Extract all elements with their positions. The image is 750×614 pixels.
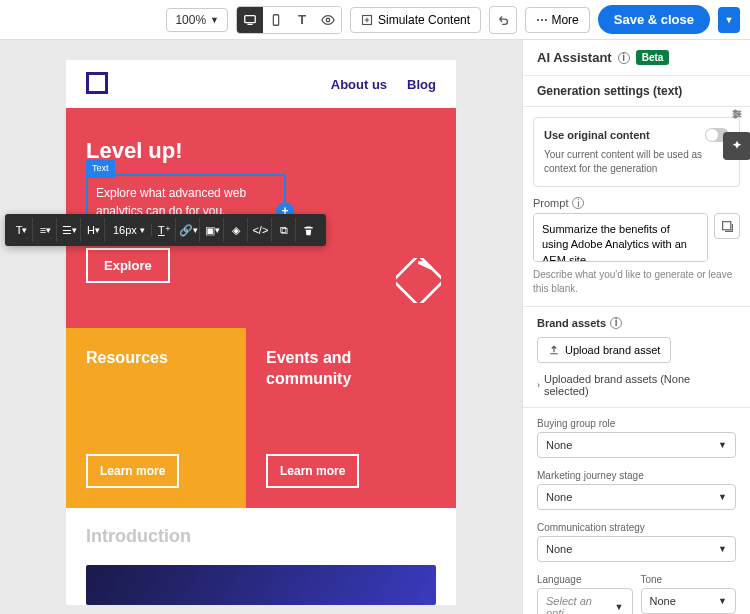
resources-cta[interactable]: Learn more: [86, 454, 179, 488]
panel-title: AI Assistant: [537, 50, 612, 65]
code-button[interactable]: </>: [250, 218, 272, 242]
orig-content-sub: Your current content will be used as con…: [544, 148, 729, 176]
page-preview: About us Blog Level up! Text Explore wha…: [66, 60, 456, 605]
decorative-shape-icon: [396, 258, 441, 303]
save-close-button[interactable]: Save & close: [598, 5, 710, 34]
language-select[interactable]: Select an opti…▼: [537, 588, 633, 614]
more-label: More: [551, 13, 578, 27]
chevron-down-icon: ▼: [210, 15, 219, 25]
undo-button[interactable]: [489, 6, 517, 34]
chevron-down-icon: ▼: [725, 15, 734, 25]
chevron-down-icon: ▼: [718, 492, 727, 502]
columns-section: Resources Learn more Events and communit…: [66, 328, 456, 508]
chevron-down-icon: ▼: [718, 596, 727, 606]
text-format-button[interactable]: T ▾: [11, 218, 33, 242]
text-color-button[interactable]: T⁺: [154, 218, 176, 242]
gen-settings-header: Generation settings (text): [523, 76, 750, 107]
selection-label: Text: [86, 160, 115, 178]
buying-role-select[interactable]: None▼: [537, 432, 736, 458]
prompt-label: Prompt i: [533, 197, 740, 209]
simulate-icon: [361, 14, 373, 26]
info-icon[interactable]: i: [610, 317, 622, 329]
desktop-view-button[interactable]: [237, 7, 263, 33]
info-icon[interactable]: i: [572, 197, 584, 209]
upload-brand-asset-button[interactable]: Upload brand asset: [537, 337, 671, 363]
image-button[interactable]: ▣▾: [202, 218, 224, 242]
events-title: Events and community: [266, 348, 436, 390]
nav-about[interactable]: About us: [331, 77, 387, 92]
events-cta[interactable]: Learn more: [266, 454, 359, 488]
chevron-down-icon: ▼: [615, 602, 624, 612]
svg-rect-1: [273, 14, 278, 25]
tone-label: Tone: [641, 574, 737, 585]
brand-assets-title: Brand assets i: [537, 317, 736, 329]
personalization-button[interactable]: ◈: [226, 218, 248, 242]
journey-select[interactable]: None▼: [537, 484, 736, 510]
buying-role-label: Buying group role: [537, 418, 736, 429]
orig-content-title: Use original content: [544, 129, 650, 141]
resources-title: Resources: [86, 348, 226, 369]
explore-button[interactable]: Explore: [86, 248, 170, 283]
hero-title: Level up!: [86, 138, 436, 164]
assets-text: Uploaded brand assets (None selected): [544, 373, 736, 397]
canvas: T ▾ ≡ ▾ ☰ ▾ H ▾ 16px ▾ T⁺ 🔗▾ ▣▾ ◈ </> ⧉ …: [0, 40, 522, 614]
top-toolbar: 100% ▼ T Simulate Content ⋯ More Save & …: [0, 0, 750, 40]
ai-assistant-panel: AI Assistant i Beta Generation settings …: [522, 40, 750, 614]
upload-icon: [548, 344, 560, 356]
strategy-select[interactable]: None▼: [537, 536, 736, 562]
original-content-card: Use original content Your current conten…: [533, 117, 740, 187]
simulate-label: Simulate Content: [378, 13, 470, 27]
svg-point-2: [326, 18, 330, 22]
zoom-value: 100%: [175, 13, 206, 27]
align-button[interactable]: ≡ ▾: [35, 218, 57, 242]
intro-heading: Introduction: [66, 508, 456, 565]
mobile-view-button[interactable]: [263, 7, 289, 33]
font-size-select[interactable]: 16px ▾: [107, 224, 152, 236]
svg-rect-8: [722, 221, 730, 229]
info-icon[interactable]: i: [618, 52, 630, 64]
heading-button[interactable]: H ▾: [83, 218, 105, 242]
prompt-desc: Describe what you'd like to generate or …: [533, 268, 740, 296]
tone-select[interactable]: None▼: [641, 588, 737, 614]
intro-image: [86, 565, 436, 605]
more-button[interactable]: ⋯ More: [525, 7, 590, 33]
settings-tab[interactable]: [723, 100, 750, 128]
upload-label: Upload brand asset: [565, 344, 660, 356]
link-button[interactable]: 🔗▾: [178, 218, 200, 242]
buying-role-field: Buying group role None▼: [523, 407, 750, 464]
prompt-section: Prompt i Describe what you'd like to gen…: [523, 197, 750, 306]
duplicate-button[interactable]: ⧉: [274, 218, 296, 242]
uploaded-assets-row[interactable]: › Uploaded brand assets (None selected): [537, 373, 736, 397]
save-dropdown-button[interactable]: ▼: [718, 7, 740, 33]
chevron-right-icon: ›: [537, 380, 540, 390]
panel-header: AI Assistant i Beta: [523, 40, 750, 76]
list-button[interactable]: ☰ ▾: [59, 218, 81, 242]
prompt-library-button[interactable]: [714, 213, 740, 239]
preview-button[interactable]: [315, 7, 341, 33]
page-header: About us Blog: [66, 60, 456, 108]
nav-blog[interactable]: Blog: [407, 77, 436, 92]
simulate-content-button[interactable]: Simulate Content: [350, 7, 481, 33]
events-column: Events and community Learn more: [246, 328, 456, 508]
zoom-select[interactable]: 100% ▼: [166, 8, 228, 32]
logo: [86, 72, 108, 94]
svg-point-6: [737, 113, 740, 116]
text-view-button[interactable]: T: [289, 7, 315, 33]
strategy-label: Communication strategy: [537, 522, 736, 533]
prompt-input[interactable]: [533, 213, 708, 262]
language-label: Language: [537, 574, 633, 585]
chevron-down-icon: ▼: [718, 544, 727, 554]
brand-assets-section: Brand assets i Upload brand asset › Uplo…: [523, 306, 750, 407]
panel-side-tabs: [723, 100, 750, 160]
lang-tone-row: Language Select an opti…▼ Tone None▼: [523, 568, 750, 614]
delete-button[interactable]: [298, 218, 320, 242]
beta-badge: Beta: [636, 50, 670, 65]
svg-point-7: [734, 115, 737, 118]
viewport-group: T: [236, 6, 342, 34]
ai-tab[interactable]: [723, 132, 750, 160]
chevron-down-icon: ▼: [718, 440, 727, 450]
journey-label: Marketing journey stage: [537, 470, 736, 481]
svg-rect-4: [396, 258, 441, 303]
journey-field: Marketing journey stage None▼: [523, 464, 750, 516]
main-area: T ▾ ≡ ▾ ☰ ▾ H ▾ 16px ▾ T⁺ 🔗▾ ▣▾ ◈ </> ⧉ …: [0, 40, 750, 614]
